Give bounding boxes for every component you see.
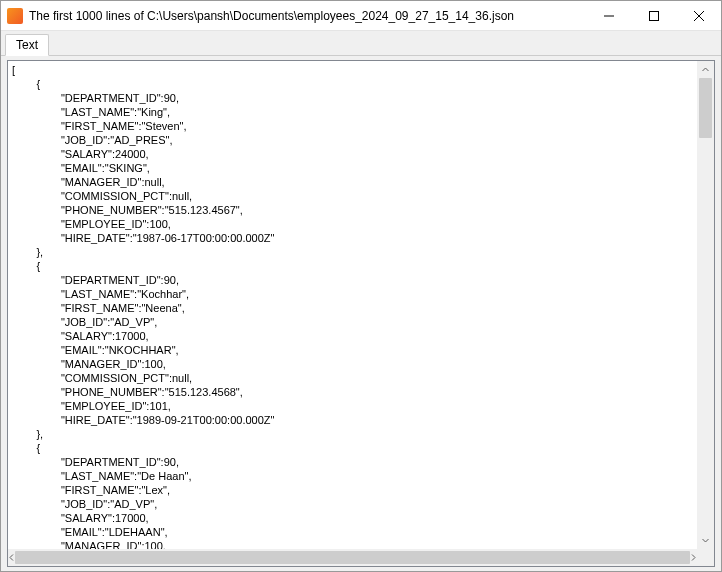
vertical-scroll-track[interactable] bbox=[697, 78, 714, 532]
scroll-down-button[interactable] bbox=[697, 532, 714, 549]
vertical-scroll-thumb[interactable] bbox=[699, 78, 712, 138]
tab-text[interactable]: Text bbox=[5, 34, 49, 56]
chevron-right-icon bbox=[690, 554, 697, 561]
scroll-up-button[interactable] bbox=[697, 61, 714, 78]
chevron-down-icon bbox=[702, 537, 709, 544]
close-button[interactable] bbox=[676, 1, 721, 31]
horizontal-scroll-track[interactable] bbox=[15, 549, 690, 566]
minimize-button[interactable] bbox=[586, 1, 631, 31]
maximize-button[interactable] bbox=[631, 1, 676, 31]
horizontal-scroll-thumb[interactable] bbox=[15, 551, 690, 564]
scroll-left-button[interactable] bbox=[8, 549, 15, 566]
text-panel: [ { "DEPARTMENT_ID":90, "LAST_NAME":"Kin… bbox=[7, 60, 715, 567]
tab-strip: Text bbox=[1, 31, 721, 56]
vertical-scrollbar[interactable] bbox=[697, 61, 714, 549]
maximize-icon bbox=[649, 11, 659, 21]
text-content[interactable]: [ { "DEPARTMENT_ID":90, "LAST_NAME":"Kin… bbox=[8, 61, 697, 549]
content-wrap: [ { "DEPARTMENT_ID":90, "LAST_NAME":"Kin… bbox=[1, 56, 721, 572]
window-title: The first 1000 lines of C:\Users\pansh\D… bbox=[29, 9, 586, 23]
minimize-icon bbox=[604, 11, 614, 21]
titlebar: The first 1000 lines of C:\Users\pansh\D… bbox=[1, 1, 721, 31]
horizontal-scrollbar[interactable] bbox=[8, 549, 714, 566]
scrollbar-corner bbox=[697, 549, 714, 566]
window-controls bbox=[586, 1, 721, 30]
scroll-right-button[interactable] bbox=[690, 549, 697, 566]
chevron-left-icon bbox=[8, 554, 15, 561]
app-icon bbox=[7, 8, 23, 24]
chevron-up-icon bbox=[702, 66, 709, 73]
text-body: [ { "DEPARTMENT_ID":90, "LAST_NAME":"Kin… bbox=[8, 61, 714, 549]
svg-rect-1 bbox=[649, 12, 658, 21]
close-icon bbox=[694, 11, 704, 21]
